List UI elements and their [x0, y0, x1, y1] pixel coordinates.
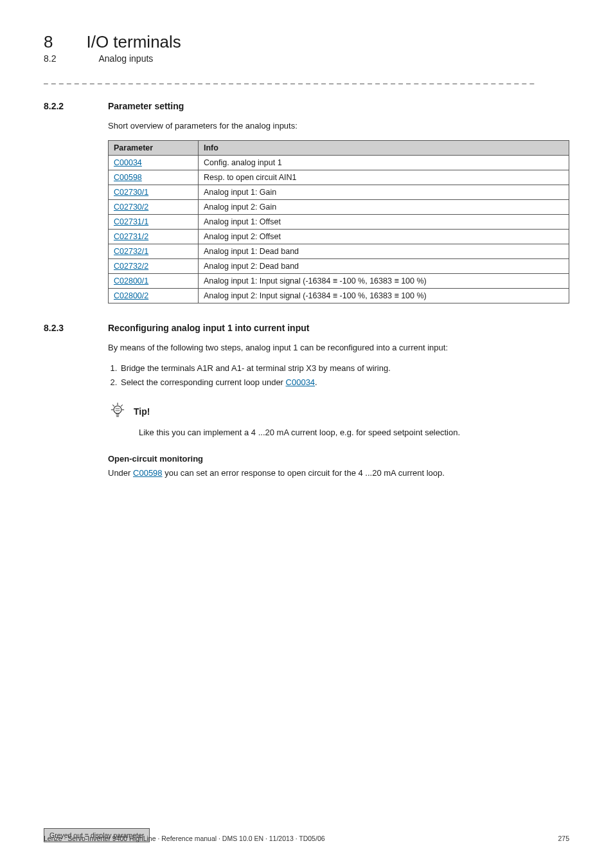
param-link[interactable]: C02800/1: [109, 273, 199, 288]
svg-line-7: [113, 405, 114, 406]
step2-suffix: .: [315, 377, 317, 387]
footer-left: Lenze · Servo-Inverter 9400 HighLine · R…: [44, 835, 325, 842]
footer-page-number: 275: [558, 835, 569, 842]
section-822-intro: Short overview of parameters for the ana…: [108, 120, 569, 132]
section-title-822: Parameter setting: [108, 101, 184, 111]
param-info: Analog input 1: Offset: [199, 214, 569, 229]
section-number-823: 8.2.3: [44, 323, 82, 333]
param-link[interactable]: C02731/2: [109, 229, 199, 244]
param-info: Analog input 2: Offset: [199, 229, 569, 244]
divider-dashes: _ _ _ _ _ _ _ _ _ _ _ _ _ _ _ _ _ _ _ _ …: [44, 75, 569, 84]
param-link[interactable]: C00034: [109, 155, 199, 170]
param-info: Analog input 1: Input signal (-16384 ≡ -…: [199, 273, 569, 288]
tip-label: Tip!: [134, 406, 150, 417]
param-info: Analog input 2: Gain: [199, 199, 569, 214]
parameter-table: Parameter Info C00034Config. analog inpu…: [108, 140, 569, 303]
section-number-822: 8.2.2: [44, 101, 82, 111]
param-link[interactable]: C02731/1: [109, 214, 199, 229]
param-link[interactable]: C02730/2: [109, 199, 199, 214]
open-circuit-prefix: Under: [108, 468, 133, 478]
param-link[interactable]: C02732/1: [109, 244, 199, 258]
breadcrumb-number: 8.2: [44, 53, 56, 64]
open-circuit-heading: Open-circuit monitoring: [108, 454, 569, 464]
chapter-number: 8: [44, 32, 53, 52]
param-info: Analog input 2: Input signal (-16384 ≡ -…: [199, 288, 569, 303]
table-row: C02800/2Analog input 2: Input signal (-1…: [109, 288, 569, 303]
chapter-title: I/O terminals: [86, 32, 181, 52]
param-link[interactable]: C02800/2: [109, 288, 199, 303]
list-item: Select the corresponding current loop un…: [120, 376, 569, 389]
table-row: C02732/1Analog input 1: Dead band: [109, 244, 569, 258]
lightbulb-icon: [108, 401, 127, 422]
open-circuit-suffix: you can set an error response to open ci…: [163, 468, 445, 478]
svg-line-8: [121, 405, 122, 406]
table-row: C00034Config. analog input 1: [109, 155, 569, 170]
table-header-parameter: Parameter: [109, 140, 199, 155]
table-row: C02730/1Analog input 1: Gain: [109, 185, 569, 199]
table-header-info: Info: [199, 140, 569, 155]
param-info: Analog input 1: Dead band: [199, 244, 569, 258]
table-row: C02730/2Analog input 2: Gain: [109, 199, 569, 214]
param-info: Analog input 2: Dead band: [199, 258, 569, 273]
param-link[interactable]: C00598: [109, 170, 199, 185]
param-info: Config. analog input 1: [199, 155, 569, 170]
svg-point-0: [114, 406, 121, 413]
tip-text: Like this you can implement a 4 ...20 mA…: [139, 426, 569, 439]
open-circuit-paragraph: Under C00598 you can set an error respon…: [108, 467, 569, 480]
step-text: Bridge the terminals A1R and A1- at term…: [121, 363, 391, 373]
steps-list: Bridge the terminals A1R and A1- at term…: [120, 362, 569, 389]
list-item: Bridge the terminals A1R and A1- at term…: [120, 362, 569, 375]
param-link[interactable]: C02730/1: [109, 185, 199, 199]
param-info: Analog input 1: Gain: [199, 185, 569, 199]
table-row: C00598Resp. to open circuit AIN1: [109, 170, 569, 185]
breadcrumb-title: Analog inputs: [98, 53, 153, 64]
step2-link[interactable]: C00034: [286, 377, 315, 387]
section-823-intro: By means of the following two steps, ana…: [108, 342, 569, 354]
table-row: C02731/2Analog input 2: Offset: [109, 229, 569, 244]
param-link[interactable]: C02732/2: [109, 258, 199, 273]
table-row: C02800/1Analog input 1: Input signal (-1…: [109, 273, 569, 288]
open-circuit-link[interactable]: C00598: [133, 468, 163, 478]
step-text: Select the corresponding current loop un…: [121, 377, 286, 387]
table-row: C02731/1Analog input 1: Offset: [109, 214, 569, 229]
table-row: C02732/2Analog input 2: Dead band: [109, 258, 569, 273]
param-info: Resp. to open circuit AIN1: [199, 170, 569, 185]
section-title-823: Reconfiguring analog input 1 into curren…: [108, 323, 309, 333]
